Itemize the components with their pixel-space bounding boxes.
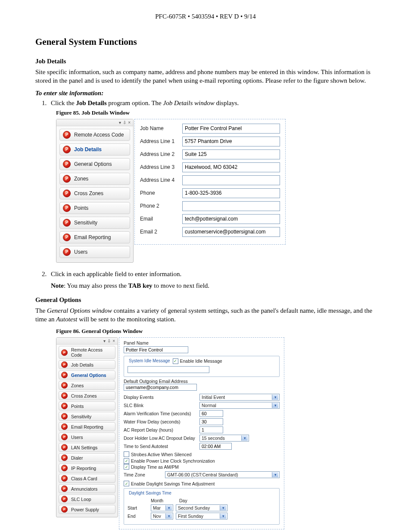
dst-start-month-select[interactable]: Mar▾	[151, 504, 173, 511]
nav-general-options[interactable]: PGeneral Options	[59, 370, 115, 380]
enter-site-info-lead: To enter site information:	[35, 90, 376, 97]
nav-label: Sensitivity	[74, 220, 97, 226]
p-icon: P	[61, 485, 68, 492]
figure-86-caption: Figure 86. General Options Window	[56, 328, 376, 335]
nav-lan-settings[interactable]: PLAN Settings	[59, 443, 115, 452]
dropdown-icon[interactable]: ▾	[119, 120, 121, 125]
chevron-down-icon: ▾	[272, 403, 278, 408]
strobes-checkbox[interactable]: Strobes Active When Silenced	[124, 451, 192, 457]
nav-annunciators[interactable]: PAnnunciators	[59, 484, 115, 493]
job-details-paragraph: Site specific information, such as compa…	[35, 68, 376, 85]
p-icon: P	[61, 423, 68, 430]
nav-job-details[interactable]: PJob Details	[59, 360, 115, 369]
outgoing-email-input[interactable]	[124, 384, 197, 391]
addr3-label: Address Line 3	[140, 164, 182, 170]
dst-start-label: Start	[128, 505, 148, 510]
ac-report-input[interactable]	[199, 426, 223, 433]
nav-email-reporting[interactable]: PEmail Reporting	[59, 231, 130, 243]
nav-users[interactable]: PUsers	[59, 432, 115, 442]
nav-sensitivity[interactable]: PSensitivity	[59, 217, 130, 229]
nav-power-supply[interactable]: PPower Supply	[59, 505, 115, 514]
dst-end-month-select[interactable]: Nov▾	[151, 513, 173, 520]
nav-label: Email Reporting	[71, 424, 103, 429]
enable-plcs-checkbox[interactable]: ✓Enable Power Line Clock Synchronization	[124, 458, 215, 464]
dst-end-day-select[interactable]: First Sunday▾	[176, 513, 227, 520]
phone-input[interactable]	[182, 188, 280, 198]
email-input[interactable]	[182, 214, 280, 224]
p-icon: P	[61, 361, 68, 368]
alarm-verif-label: Alarm Verification Time (seconds)	[124, 411, 197, 416]
nav-label: Users	[74, 249, 87, 255]
addr3-input[interactable]	[182, 162, 280, 172]
addr4-label: Address Line 4	[140, 177, 182, 183]
p-icon: P	[61, 392, 68, 399]
enable-dst-checkbox[interactable]: ✓Enable Daylight Savings Time Adjustment	[124, 481, 215, 486]
nav-job-details[interactable]: PJob Details	[59, 143, 130, 156]
nav-cross-zones[interactable]: PCross Zones	[59, 391, 115, 400]
panel-name-input[interactable]	[124, 346, 188, 353]
addr2-input[interactable]	[182, 149, 280, 159]
nav-sensitivity[interactable]: PSensitivity	[59, 412, 115, 421]
close-icon[interactable]: ×	[112, 339, 115, 343]
nav-label: Points	[71, 404, 84, 409]
email2-input[interactable]	[182, 227, 280, 237]
nav-dialer[interactable]: PDialer	[59, 453, 115, 462]
dst-start-day-select[interactable]: Second Sunday▾	[176, 504, 227, 511]
display-events-select[interactable]: Initial Event▾	[199, 394, 280, 401]
dropdown-icon[interactable]: ▾	[103, 339, 106, 343]
pin-icon[interactable]: ⇩	[123, 120, 126, 125]
dst-fieldset: Daylight Savings Time Month Day Start Ma…	[124, 488, 280, 525]
nav-points[interactable]: PPoints	[59, 401, 115, 411]
nav-zones[interactable]: PZones	[59, 381, 115, 390]
figure-85-caption: Figure 85. Job Details Window	[56, 109, 376, 116]
nav-label: Zones	[71, 383, 84, 388]
display-ampm-checkbox[interactable]: ✓Display Time as AM/PM	[124, 464, 179, 470]
system-idle-fieldset: System Idle Message ✓Enable Idle Message	[124, 356, 280, 377]
water-flow-input[interactable]	[199, 418, 223, 425]
alarm-verif-input[interactable]	[199, 410, 223, 417]
autotest-input[interactable]	[199, 443, 232, 450]
p-icon: P	[61, 382, 68, 389]
nav-zones[interactable]: PZones	[59, 173, 130, 185]
p-icon: P	[61, 349, 68, 356]
dst-end-label: End	[128, 513, 148, 519]
nav-label: General Options	[74, 161, 112, 167]
p-icon: P	[61, 506, 68, 513]
enable-idle-checkbox[interactable]: ✓Enable Idle Message	[173, 358, 222, 364]
door-holder-label: Door Holder Low AC Dropout Delay	[124, 436, 197, 441]
nav-remote-access-code[interactable]: PRemote Access Code	[59, 129, 130, 141]
nav-class-a-card[interactable]: PClass A Card	[59, 474, 115, 483]
nav-label: Remote Access Code	[71, 347, 113, 358]
tz-select[interactable]: GMT-06:00 (CST:Central Standard)▾	[165, 471, 280, 478]
addr1-input[interactable]	[182, 137, 280, 146]
idle-message-input[interactable]	[128, 366, 209, 373]
slc-blink-select[interactable]: Normal▾	[199, 402, 280, 409]
outgoing-email-label: Default Outgoing Email Address	[124, 379, 280, 384]
nav-ip-reporting[interactable]: PIP Reporting	[59, 464, 115, 473]
pin-icon[interactable]: ⇩	[107, 339, 111, 343]
chevron-down-icon: ▾	[241, 436, 248, 441]
addr4-input[interactable]	[182, 175, 280, 185]
chevron-down-icon: ▾	[220, 505, 226, 510]
job-name-input[interactable]	[182, 124, 280, 134]
nav-slc-loop[interactable]: PSLC Loop	[59, 495, 115, 504]
close-icon[interactable]: ×	[128, 120, 131, 125]
nav-remote-access-code[interactable]: PRemote Access Code	[59, 346, 115, 359]
phone2-input[interactable]	[182, 201, 280, 211]
nav-email-reporting[interactable]: PEmail Reporting	[59, 422, 115, 431]
general-options-paragraph: The General Options window contains a va…	[35, 306, 376, 324]
nav-cross-zones[interactable]: PCross Zones	[59, 187, 130, 199]
nav-points[interactable]: PPoints	[59, 202, 130, 214]
phone2-label: Phone 2	[140, 203, 182, 209]
nav-general-options[interactable]: PGeneral Options	[59, 158, 130, 170]
p-icon: P	[61, 434, 68, 440]
dst-day-header: Day	[179, 498, 187, 503]
nav-label: Sensitivity	[71, 414, 91, 419]
nav-users[interactable]: PUsers	[59, 246, 130, 258]
dst-month-header: Month	[151, 498, 177, 503]
door-holder-select[interactable]: 15 seconds▾	[199, 435, 249, 442]
slc-blink-label: SLC Blink	[124, 403, 197, 408]
p-icon: P	[61, 475, 68, 482]
nav-label: LAN Settings	[71, 445, 97, 450]
checkbox-icon: ✓	[173, 358, 178, 364]
